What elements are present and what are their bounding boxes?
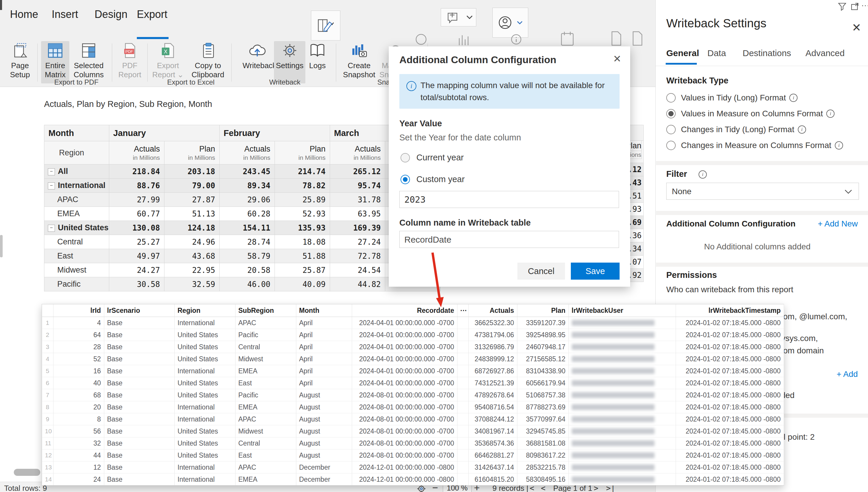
matrix-row-label[interactable]: Central: [44, 235, 109, 249]
matrix-cell[interactable]: 203.18: [164, 165, 219, 179]
matrix-month-header[interactable]: February: [219, 125, 330, 141]
matrix-cell[interactable]: 20.58: [219, 263, 275, 277]
column-header[interactable]: lrWritebackUser: [568, 304, 676, 317]
tab-design[interactable]: Design: [95, 8, 127, 21]
matrix-cell[interactable]: 51.13: [164, 207, 219, 221]
matrix-cell[interactable]: 24.27: [109, 263, 164, 277]
matrix-cell[interactable]: 72.78: [330, 249, 385, 263]
matrix-cell[interactable]: 49.97: [109, 249, 164, 263]
collapse-icon[interactable]: −: [48, 168, 55, 175]
matrix-cell[interactable]: 154.11: [219, 221, 275, 235]
matrix-row-label[interactable]: −United States: [44, 221, 109, 235]
export-report-button[interactable]: X Export Report ⌄: [150, 41, 185, 83]
matrix-month-header[interactable]: January: [109, 125, 219, 141]
save-button[interactable]: Save: [571, 263, 619, 280]
matrix-measure-header[interactable]: Planin Millions: [275, 141, 330, 165]
more-options-icon[interactable]: ···: [861, 1, 868, 10]
matrix-row-label[interactable]: −International: [44, 179, 109, 193]
column-header[interactable]: Actuals: [468, 304, 517, 317]
column-header[interactable]: SubRegion: [235, 304, 296, 317]
writeback-type-option[interactable]: Values in Measure on Columns Formati: [666, 106, 843, 122]
matrix-cell[interactable]: 46.00: [219, 277, 275, 291]
matrix-cell[interactable]: 51.88: [275, 249, 330, 263]
close-icon[interactable]: ✕: [613, 53, 622, 65]
matrix-cell[interactable]: 27.87: [164, 193, 219, 207]
copy-to-clipboard-button[interactable]: Copy to Clipboard: [187, 41, 228, 83]
tab-export[interactable]: Export: [137, 8, 168, 21]
matrix-row-label[interactable]: EMEA: [44, 207, 109, 221]
add-new-link[interactable]: + Add New: [818, 219, 858, 228]
matrix-cell[interactable]: 63.95: [330, 207, 385, 221]
matrix-cell[interactable]: 27.24: [330, 235, 385, 249]
page-setup-button[interactable]: Page Setup: [5, 41, 35, 83]
matrix-cell[interactable]: 130.08: [109, 221, 164, 235]
matrix-cell[interactable]: 265.12: [330, 165, 385, 179]
column-header[interactable]: lrId: [53, 304, 104, 317]
tab-advanced[interactable]: Advanced: [806, 48, 844, 58]
matrix-measure-header[interactable]: Planin Millions: [164, 141, 219, 165]
add-comment-button[interactable]: [441, 8, 464, 26]
matrix-cell[interactable]: 44.82: [330, 277, 385, 291]
comment-dropdown-chevron[interactable]: [463, 8, 476, 26]
collapse-icon[interactable]: −: [48, 225, 55, 232]
matrix-measure-header[interactable]: Actualsin Millions: [330, 141, 385, 165]
matrix-row-label[interactable]: Midwest: [44, 263, 109, 277]
matrix-cell[interactable]: 29.06: [219, 193, 275, 207]
radio-circle[interactable]: [666, 109, 676, 118]
matrix-cell[interactable]: 30.58: [109, 277, 164, 291]
matrix-cell[interactable]: 25.87: [275, 263, 330, 277]
column-name-input[interactable]: RecordDate: [399, 231, 619, 248]
tab-destinations[interactable]: Destinations: [743, 48, 791, 58]
matrix-row-label[interactable]: APAC: [44, 193, 109, 207]
tab-insert[interactable]: Insert: [52, 8, 78, 21]
matrix-cell[interactable]: 43.68: [164, 249, 219, 263]
matrix-cell[interactable]: 25.27: [109, 235, 164, 249]
writeback-type-option[interactable]: Changes in Tidy (Long) Formati: [666, 122, 843, 138]
matrix-cell[interactable]: 60.77: [109, 207, 164, 221]
matrix-row-label[interactable]: East: [44, 249, 109, 263]
logs-button[interactable]: Logs: [307, 41, 328, 83]
pdf-report-button[interactable]: PDF PDF Report: [116, 41, 143, 83]
matrix-cell[interactable]: 27.99: [109, 193, 164, 207]
matrix-measure-header[interactable]: Actualsin Millions: [219, 141, 275, 165]
custom-year-input[interactable]: 2023: [399, 191, 619, 208]
horizontal-scrollbar[interactable]: [14, 469, 40, 476]
filter-funnel-icon[interactable]: [838, 2, 847, 11]
matrix-cell[interactable]: 32.59: [164, 277, 219, 291]
matrix-cell[interactable]: 79.00: [164, 179, 219, 193]
matrix-row-label[interactable]: Pacific: [44, 277, 109, 291]
matrix-cell[interactable]: 52.93: [275, 207, 330, 221]
create-snapshot-button[interactable]: Create Snapshot: [343, 41, 375, 83]
custom-year-radio[interactable]: Custom year: [401, 174, 464, 184]
expand-icon[interactable]: [851, 2, 860, 11]
radio-circle[interactable]: [401, 153, 410, 163]
matrix-cell[interactable]: 95.74: [330, 179, 385, 193]
matrix-cell[interactable]: 24.96: [164, 235, 219, 249]
matrix-cell[interactable]: 24.54: [330, 263, 385, 277]
edit-mode-button[interactable]: [311, 10, 340, 41]
matrix-cell[interactable]: 135.93: [275, 221, 330, 235]
radio-circle[interactable]: [666, 125, 676, 134]
radio-circle-selected[interactable]: [401, 175, 410, 184]
writeback-button[interactable]: Writeback: [242, 41, 272, 83]
column-header[interactable]: Plan: [517, 304, 568, 317]
matrix-cell[interactable]: 31.78: [330, 193, 385, 207]
matrix-cell[interactable]: 218.84: [109, 165, 164, 179]
add-user-link[interactable]: + Add: [837, 370, 858, 379]
collapse-icon[interactable]: −: [48, 182, 55, 190]
tab-general[interactable]: General: [666, 48, 699, 58]
cancel-button[interactable]: Cancel: [517, 263, 565, 280]
matrix-cell[interactable]: 214.74: [275, 165, 330, 179]
matrix-cell[interactable]: 124.18: [164, 221, 219, 235]
column-header[interactable]: Region: [174, 304, 235, 317]
column-header[interactable]: Month: [296, 304, 352, 317]
radio-circle[interactable]: [666, 93, 676, 102]
writeback-type-option[interactable]: Values in Tidy (Long) Formati: [666, 90, 843, 106]
matrix-row-label[interactable]: −All: [44, 165, 109, 179]
matrix-cell[interactable]: 28.74: [219, 235, 275, 249]
matrix-cell[interactable]: 169.39: [330, 221, 385, 235]
tab-data[interactable]: Data: [707, 48, 726, 58]
vertical-scrollbar[interactable]: [0, 235, 3, 257]
matrix-cell[interactable]: 243.45: [219, 165, 275, 179]
selected-columns-button[interactable]: Selected Columns: [71, 41, 107, 83]
